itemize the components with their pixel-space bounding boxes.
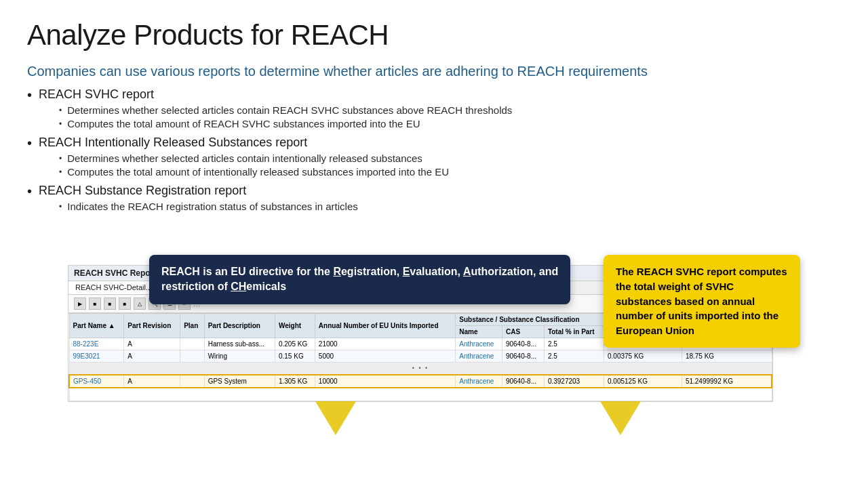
cell-plan	[180, 338, 205, 350]
ellipsis-cell: • • •	[69, 363, 772, 375]
toolbar-icon-4[interactable]: ■	[119, 298, 131, 310]
cell-part-name: 88-223E	[69, 338, 124, 350]
page-title: Analyze Products for REACH	[27, 19, 841, 52]
sub-bullet-reg-1: Indicates the REACH registration status …	[59, 201, 358, 212]
toolbar-icon-5[interactable]: △	[134, 298, 146, 310]
sub-bullet-svhc-2: Computes the total amount of REACH SVHC …	[59, 118, 512, 129]
table-row: 99E3021 A Wiring 0.15 KG 5000 Anthracene…	[69, 350, 772, 363]
cell-part-description: GPS System	[204, 375, 275, 388]
col-sub-cas[interactable]: CAS	[502, 326, 544, 338]
tooltip-registration: R	[333, 266, 341, 277]
sub-bullet-reg: Indicates the REACH registration status …	[39, 201, 358, 212]
cell-part-name: 99E3021	[69, 350, 124, 363]
screenshot-area: REACH is an EU directive for the Registr…	[68, 265, 787, 402]
cell-part-description: Harness sub-ass...	[204, 338, 275, 350]
toolbar-icon-2[interactable]: ■	[89, 298, 101, 310]
cell-total-pct: 2.5	[544, 338, 604, 350]
tooltip-yellow: The REACH SVHC report computes the total…	[604, 255, 800, 348]
cell-weight: 0.15 KG	[275, 350, 315, 363]
sub-bullet-svhc: Determines whether selected articles con…	[39, 104, 512, 129]
cell-total-annual: 18.75 KG	[682, 350, 772, 363]
bullet-item-reg: REACH Substance Registration report Indi…	[27, 184, 841, 214]
cell-plan	[180, 350, 205, 363]
cell-part-revision: A	[124, 338, 180, 350]
main-container: Analyze Products for REACH Companies can…	[0, 0, 868, 415]
cell-total-weight: 0.005125 KG	[604, 375, 682, 388]
report-title: REACH SVHC Report	[74, 268, 156, 278]
bullet-item-irs: REACH Intentionally Released Substances …	[27, 136, 841, 180]
bullet-item-svhc: REACH SVHC report Determines whether sel…	[27, 87, 841, 131]
cell-weight: 1.305 KG	[275, 375, 315, 388]
sub-bullet-text: Computes the total amount of REACH SVHC …	[67, 118, 420, 129]
col-annual-units[interactable]: Annual Number of EU Units Imported	[315, 314, 455, 338]
cell-sub-name: Anthracene	[456, 375, 502, 388]
sub-bullet-text: Indicates the REACH registration status …	[67, 201, 358, 212]
col-plan[interactable]: Plan	[180, 314, 205, 338]
toolbar-icon-1[interactable]: ▶	[74, 298, 86, 310]
part-name-link[interactable]: 99E3021	[73, 352, 100, 360]
ellipsis-row: • • •	[69, 363, 772, 375]
empty-cell	[69, 388, 772, 401]
cell-part-description: Wiring	[204, 350, 275, 363]
bullet-list: REACH SVHC report Determines whether sel…	[27, 87, 841, 214]
cell-weight: 0.205 KG	[275, 338, 315, 350]
sub-bullet-irs-1: Determines whether selected articles con…	[59, 152, 449, 164]
col-part-description[interactable]: Part Description	[204, 314, 275, 338]
toolbar-icon-3[interactable]: ■	[104, 298, 116, 310]
bullet-label-svhc: REACH SVHC report	[39, 87, 154, 101]
part-name-link[interactable]: 88-223E	[73, 340, 99, 348]
sub-bullet-irs: Determines whether selected articles con…	[39, 152, 449, 178]
bullet-label-irs: REACH Intentionally Released Substances …	[39, 136, 307, 149]
sub-bullet-text: Determines whether selected articles con…	[67, 104, 512, 116]
cell-part-revision: A	[124, 375, 180, 388]
cell-total-annual: 51.2499992 KG	[682, 375, 772, 388]
tooltip-authorization: A	[463, 266, 471, 277]
tooltip-yellow-text: The REACH SVHC report computes the total…	[616, 266, 787, 336]
cell-total-weight: 0.00375 KG	[604, 350, 682, 363]
svg-marker-0	[315, 401, 356, 435]
col-part-revision[interactable]: Part Revision	[124, 314, 180, 338]
substance-name-link[interactable]: Anthracene	[459, 378, 494, 385]
tooltip-dark: REACH is an EU directive for the Registr…	[149, 255, 570, 304]
col-part-name[interactable]: Part Name ▲	[69, 314, 124, 338]
sub-bullet-text: Determines whether selected articles con…	[67, 152, 422, 164]
sub-bullet-irs-2: Computes the total amount of intentional…	[59, 166, 449, 178]
tooltip-evaluation: E	[403, 266, 410, 277]
cell-sub-cas: 90640-8...	[502, 350, 544, 363]
svg-marker-1	[600, 401, 641, 435]
cell-annual-units: 21000	[315, 338, 455, 350]
col-weight[interactable]: Weight	[275, 314, 315, 338]
col-sub-name[interactable]: Name	[456, 326, 502, 338]
part-name-link[interactable]: GPS-450	[73, 378, 101, 385]
table-row-highlighted: GPS-450 A GPS System 1.305 KG 10000 Anth…	[69, 375, 772, 388]
substance-name-link[interactable]: Anthracene	[459, 352, 494, 360]
cell-plan	[180, 375, 205, 388]
cell-total-pct: 2.5	[544, 350, 604, 363]
cell-sub-cas: 90640-8...	[502, 375, 544, 388]
subtitle: Companies can use various reports to det…	[27, 64, 841, 79]
tooltip-chemicals: CH	[231, 281, 246, 292]
table-row-empty	[69, 388, 772, 401]
sub-bullet-svhc-1: Determines whether selected articles con…	[59, 104, 512, 116]
col-total-pct[interactable]: Total % in Part	[544, 326, 604, 338]
cell-sub-name: Anthracene	[456, 338, 502, 350]
tab-detail[interactable]: REACH SVHC-Detail...	[68, 281, 159, 294]
substance-name-link[interactable]: Anthracene	[459, 340, 494, 348]
sub-bullet-text: Computes the total amount of intentional…	[67, 166, 449, 178]
cell-sub-cas: 90640-8...	[502, 338, 544, 350]
cell-part-revision: A	[124, 350, 180, 363]
cell-sub-name: Anthracene	[456, 350, 502, 363]
cell-total-pct: 0.3927203	[544, 375, 604, 388]
bullet-label-reg: REACH Substance Registration report	[39, 184, 246, 197]
cell-annual-units: 5000	[315, 350, 455, 363]
cell-part-name: GPS-450	[69, 375, 124, 388]
cell-annual-units: 10000	[315, 375, 455, 388]
